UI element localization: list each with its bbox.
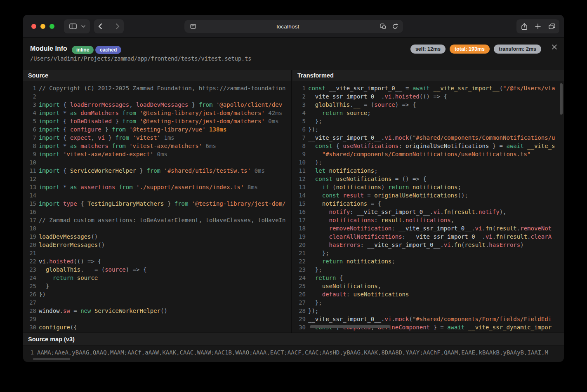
- code-line: 10 );: [292, 158, 564, 167]
- code-line: 24 return source: [23, 274, 291, 282]
- code-line: 1const __vite_ssr_import_0__ = await __v…: [292, 84, 564, 92]
- line-number: 24: [23, 274, 36, 282]
- line-number: 7: [292, 134, 306, 142]
- code-line: 6});: [292, 125, 564, 134]
- line-number: 27: [23, 298, 36, 307]
- code-line: 24 return {: [292, 274, 564, 282]
- traffic-light-minimize[interactable]: [40, 24, 45, 29]
- close-button[interactable]: [550, 42, 559, 52]
- browser-window: localhost: [23, 15, 564, 362]
- line-number: 13: [292, 183, 306, 191]
- code-line: 9 "#shared/components/CommonNotification…: [292, 150, 564, 158]
- nav-buttons-group: [94, 19, 124, 33]
- code-line: 1// Copyright (C) 2012-2025 Zammad Found…: [23, 84, 291, 92]
- reload-button[interactable]: [389, 20, 401, 33]
- badge-cached: cached: [95, 46, 121, 54]
- code-line: 9import 'vitest-axe/extend-expect' 0ms: [23, 150, 291, 158]
- line-number: 23: [23, 265, 36, 274]
- timing-badges: self: 12ms total: 193ms transform: 2ms: [410, 45, 541, 54]
- code-line: 25 }: [23, 282, 291, 290]
- transformed-panel-header: Transformed: [292, 70, 564, 81]
- line-number: 1: [23, 84, 36, 92]
- code-line: 28});: [292, 307, 564, 315]
- code-line: 18 removeNotification: __vite_ssr_import…: [292, 224, 564, 232]
- code-line: 11 let notifications;: [292, 167, 564, 175]
- code-line: 29__vite_ssr_import_0__.vi.mock("#shared…: [292, 315, 564, 323]
- line-number: 2: [292, 92, 306, 101]
- page-layout-icon[interactable]: [187, 20, 199, 33]
- line-number: 13: [23, 183, 36, 191]
- code-line: 15 notifications = {: [292, 200, 564, 208]
- line-number: 20: [292, 241, 306, 249]
- line-number: 8: [23, 142, 36, 150]
- code-line: 5 };: [292, 117, 564, 125]
- line-number: 17: [23, 216, 36, 224]
- forward-button[interactable]: [112, 20, 124, 33]
- line-number: 30: [292, 323, 306, 331]
- code-line: 7__vite_ssr_import_0__.vi.mock("#shared/…: [292, 134, 564, 142]
- line-number: 4: [292, 109, 306, 117]
- vertical-scrollbar-thumb[interactable]: [560, 83, 563, 115]
- address-bar[interactable]: localhost: [184, 20, 403, 33]
- code-line: 10: [23, 158, 291, 167]
- sidebar-toggle-group: [64, 19, 90, 33]
- code-line: 27 };: [292, 298, 564, 307]
- line-number: 9: [292, 150, 306, 158]
- traffic-light-close[interactable]: [31, 24, 36, 29]
- code-line: 26 default: useNotifications: [292, 290, 564, 298]
- line-number: 12: [292, 175, 306, 183]
- back-button[interactable]: [94, 20, 106, 33]
- line-number: 7: [23, 134, 36, 142]
- module-info-header: Module Info inline cached self: 12ms tot…: [23, 38, 564, 70]
- source-panel-header: Source: [23, 70, 291, 81]
- line-number: 23: [292, 265, 306, 274]
- code-line: 19 clearAllNotifications: __vite_ssr_imp…: [292, 232, 564, 241]
- sourcemap-scrollbar-thumb[interactable]: [33, 358, 70, 360]
- extensions-icon[interactable]: [377, 20, 389, 33]
- timing-self-badge: self: 12ms: [410, 45, 446, 54]
- line-number: 1: [23, 348, 34, 357]
- page-title: Module Info: [30, 45, 67, 52]
- line-number: 12: [23, 175, 36, 183]
- new-tab-icon[interactable]: [532, 20, 544, 33]
- code-line: 28window.sw = new ServiceWorkerHelper(): [23, 307, 291, 315]
- code-line: 14 const result = originalUseNotificatio…: [292, 191, 564, 200]
- tab-overview-icon[interactable]: [546, 20, 558, 33]
- line-number: 11: [292, 167, 306, 175]
- traffic-light-zoom[interactable]: [50, 24, 54, 29]
- code-line: 21: [23, 249, 291, 257]
- transformed-panel: Transformed 1const __vite_ssr_import_0__…: [292, 70, 564, 333]
- code-line: 18: [23, 224, 291, 232]
- source-code[interactable]: 1// Copyright (C) 2012-2025 Zammad Found…: [23, 81, 291, 333]
- share-icon[interactable]: [518, 20, 530, 33]
- code-line: 5import { toBeDisabled } from '@testing-…: [23, 117, 291, 125]
- line-number: 29: [23, 315, 36, 323]
- line-number: 10: [23, 158, 36, 167]
- line-number: 16: [23, 208, 36, 216]
- line-number: 21: [23, 249, 36, 257]
- transformed-code[interactable]: 1const __vite_ssr_import_0__ = await __v…: [292, 81, 564, 333]
- line-number: 5: [292, 117, 306, 125]
- line-number: 22: [292, 257, 306, 265]
- line-number: 21: [292, 249, 306, 257]
- line-number: 14: [23, 191, 36, 200]
- line-number: 24: [292, 274, 306, 282]
- chevron-down-icon[interactable]: [79, 20, 87, 33]
- sidebar-icon[interactable]: [67, 20, 79, 33]
- line-number: 28: [292, 307, 306, 315]
- source-panel: Source 1// Copyright (C) 2012-2025 Zamma…: [23, 70, 292, 333]
- code-line: 13 if (notifications) return notificatio…: [292, 183, 564, 191]
- code-line: 12 const useNotifications = () => {: [292, 175, 564, 183]
- line-number: 30: [23, 323, 36, 331]
- code-line: 29: [23, 315, 291, 323]
- horizontal-scrollbar-thumb[interactable]: [310, 325, 390, 328]
- browser-chrome: localhost: [23, 15, 564, 38]
- code-line: 22 return notifications;: [292, 257, 564, 265]
- line-number: 29: [292, 315, 306, 323]
- code-line: 22vi.hoisted(() => {: [23, 257, 291, 265]
- line-number: 26: [23, 290, 36, 298]
- line-number: 3: [23, 101, 36, 109]
- divider: [109, 23, 109, 30]
- line-number: 5: [23, 117, 36, 125]
- line-number: 19: [23, 232, 36, 241]
